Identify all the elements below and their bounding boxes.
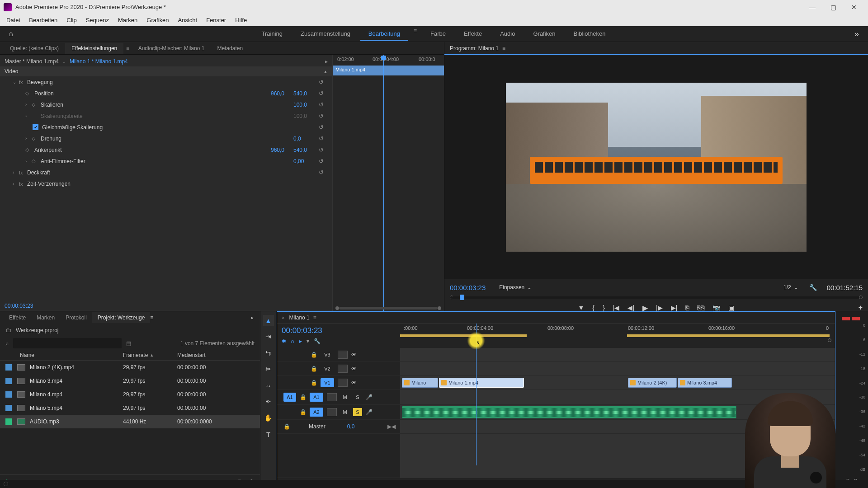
close-sequence-icon[interactable]: × — [282, 315, 284, 320]
workspace-menu-icon[interactable]: ≡ — [410, 28, 420, 41]
work-area-bar[interactable] — [627, 334, 830, 337]
video-clip[interactable]: Milano 3.mp4 — [678, 378, 732, 388]
menu-hilfe[interactable]: Hilfe — [231, 15, 251, 25]
fx-bewegung[interactable]: ⌄fx Bewegung ↺ — [0, 76, 332, 88]
storyboard-icon[interactable]: ▤ — [126, 340, 131, 347]
workspace-zusammenstellung[interactable]: Zusammenstellung — [292, 28, 359, 41]
timeline-ruler-area[interactable]: :00:00 00:00:04:00 00:00:08:00 00:00:12:… — [400, 324, 835, 348]
add-marker-icon[interactable]: ▼ — [578, 304, 585, 311]
stopwatch-icon[interactable]: ◇ — [25, 147, 33, 153]
tab-marken[interactable]: Marken — [31, 312, 60, 323]
effect-clip-ref[interactable]: Milano 1 * Milano 1.mp4 — [70, 58, 128, 65]
panel-menu-icon[interactable]: ≡ — [150, 314, 153, 321]
workspace-effekte[interactable]: Effekte — [456, 28, 490, 41]
reset-icon[interactable]: ↺ — [319, 124, 328, 131]
reset-icon[interactable]: ↺ — [319, 169, 328, 176]
track-select-tool-icon[interactable]: ⇥ — [263, 331, 274, 342]
go-to-in-icon[interactable]: |◀ — [613, 304, 620, 311]
solo-button[interactable]: S — [353, 408, 362, 416]
step-back-icon[interactable]: ◀| — [627, 304, 634, 311]
reset-icon[interactable]: ↺ — [319, 101, 328, 108]
stopwatch-icon[interactable]: ◇ — [32, 136, 39, 141]
menu-bearbeiten[interactable]: Bearbeiten — [24, 15, 62, 25]
ripple-edit-tool-icon[interactable]: ⇆ — [263, 347, 274, 358]
scale-value[interactable]: 100,0 — [293, 102, 316, 108]
video-clip[interactable]: Milano 2 (4K) — [628, 378, 677, 388]
reset-icon[interactable]: ↺ — [319, 90, 328, 97]
effect-zoom-scroll[interactable] — [333, 305, 444, 311]
track-v2-header[interactable]: 🔒V2👁 — [277, 362, 400, 376]
checkbox-checked-icon[interactable]: ✓ — [33, 124, 38, 130]
voiceover-icon[interactable]: 🎤 — [366, 409, 373, 415]
jump-icon[interactable]: ▶◀ — [387, 423, 396, 430]
play-only-icon[interactable]: ▸ — [325, 58, 328, 65]
position-x[interactable]: 960,0 — [271, 90, 293, 97]
tab-audioclip-mischer[interactable]: Audioclip-Mischer: Milano 1 — [132, 43, 211, 54]
stopwatch-icon[interactable]: ◇ — [32, 158, 39, 164]
effect-ruler[interactable]: 0:02:00 00:00:04:00 00:00:0 — [333, 55, 444, 66]
button-editor-icon[interactable]: + — [859, 304, 863, 312]
menu-datei[interactable]: Datei — [2, 15, 24, 25]
audio-clip[interactable] — [402, 406, 736, 418]
chevron-down-icon[interactable]: ⌄ — [62, 59, 66, 64]
razor-tool-icon[interactable]: ✂ — [263, 364, 274, 375]
marker-icon[interactable]: ▸ — [299, 338, 302, 344]
workspace-audio[interactable]: Audio — [492, 28, 523, 41]
step-fwd-icon[interactable]: |▶ — [656, 304, 663, 311]
type-tool-icon[interactable]: T — [263, 429, 274, 440]
lock-icon[interactable]: 🔒 — [283, 423, 290, 430]
fx-deckkraft[interactable]: ›fx Deckkraft ↺ — [0, 167, 332, 178]
anchor-y[interactable]: 540,0 — [293, 147, 316, 153]
eye-icon[interactable]: 👁 — [351, 380, 357, 386]
menu-sequenz[interactable]: Sequenz — [81, 15, 113, 25]
menu-grafiken[interactable]: Grafiken — [142, 15, 173, 25]
program-timecode[interactable]: 00:00:03:23 — [450, 284, 486, 291]
resolution-dropdown[interactable]: 1/2⌄ — [783, 284, 798, 291]
workspace-bearbeitung[interactable]: Bearbeitung — [360, 28, 408, 41]
timeline-timecode[interactable]: 00:00:03:23 — [282, 326, 396, 335]
reset-icon[interactable]: ↺ — [319, 135, 328, 142]
reset-icon[interactable]: ↺ — [319, 146, 328, 153]
lock-icon[interactable]: 🔒 — [300, 409, 306, 415]
project-item[interactable]: Milano 2 (4K).mp429,97 fps00:00:00:00 — [0, 361, 260, 374]
mute-button[interactable]: M — [340, 408, 349, 416]
maximize-button[interactable]: ▢ — [823, 0, 844, 14]
project-item[interactable]: AUDIO.mp344100 Hz00:00:00:0000 — [0, 415, 260, 428]
extract-icon[interactable]: ⎘⎘ — [697, 304, 704, 311]
header-medienstart[interactable]: Medienstart — [177, 352, 241, 358]
lock-icon[interactable]: 🔒 — [300, 394, 306, 400]
position-y[interactable]: 540,0 — [293, 90, 316, 97]
reset-icon[interactable]: ↺ — [319, 79, 328, 85]
mute-button[interactable]: M — [340, 393, 349, 401]
close-button[interactable]: ✕ — [844, 0, 864, 14]
workspace-bibliotheken[interactable]: Bibliotheken — [566, 28, 614, 41]
work-area-bar[interactable] — [400, 334, 527, 337]
menu-marken[interactable]: Marken — [113, 15, 142, 25]
linked-selection-icon[interactable]: ∩ — [291, 338, 295, 344]
source-patch-a1[interactable]: A1 — [283, 393, 296, 402]
panel-menu-icon[interactable]: ≡ — [123, 46, 132, 51]
header-name[interactable]: Name — [5, 352, 123, 358]
slip-tool-icon[interactable]: ↔ — [263, 380, 274, 391]
wrench-icon[interactable]: 🔧 — [809, 284, 817, 291]
playhead-marker[interactable] — [460, 295, 464, 300]
workspace-grafiken[interactable]: Grafiken — [525, 28, 563, 41]
workspace-overflow-icon[interactable]: » — [850, 29, 863, 39]
lock-icon[interactable]: 🔒 — [311, 380, 317, 386]
workspace-training[interactable]: Training — [254, 28, 291, 41]
tab-projekt[interactable]: Projekt: Werkzeuge — [92, 312, 151, 323]
collapse-icon[interactable]: ▲ — [323, 69, 328, 74]
tab-protokoll[interactable]: Protokoll — [60, 312, 92, 323]
track-v1-header[interactable]: 🔒V1👁 — [277, 376, 400, 390]
stopwatch-icon[interactable]: ◇ — [32, 102, 39, 108]
solo-button[interactable]: S — [353, 393, 362, 401]
project-item[interactable]: Milano 3.mp429,97 fps00:00:00:00 — [0, 374, 260, 388]
panel-menu-icon[interactable]: ≡ — [502, 45, 505, 52]
search-input[interactable] — [13, 338, 122, 348]
lift-icon[interactable]: ⎘ — [685, 304, 689, 311]
effect-timeline[interactable]: 0:02:00 00:00:04:00 00:00:0 Milano 1.mp4 — [332, 55, 444, 311]
master-volume[interactable]: 0,0 — [347, 423, 355, 430]
toggle-output-icon[interactable] — [338, 365, 348, 373]
eye-icon[interactable]: 👁 — [351, 366, 357, 372]
flicker-value[interactable]: 0,00 — [293, 158, 316, 164]
